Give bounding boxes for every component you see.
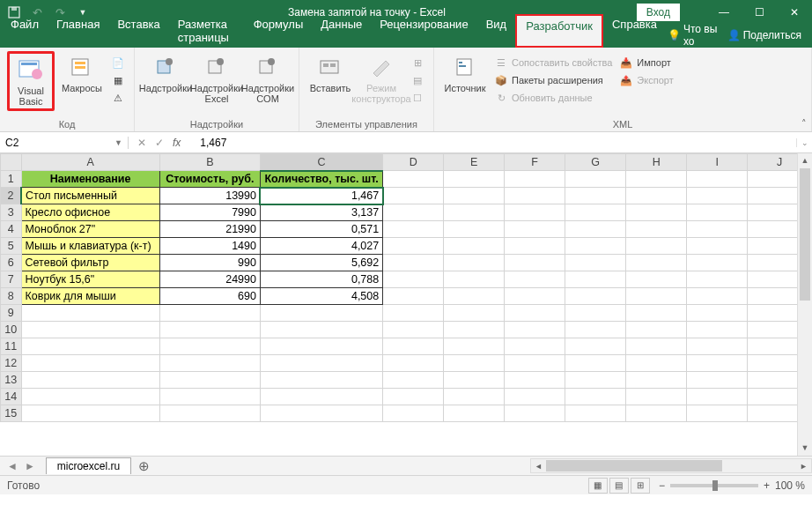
cell[interactable] [687, 204, 748, 221]
row-header[interactable]: 15 [1, 405, 22, 422]
row-header[interactable]: 8 [1, 288, 22, 305]
cell[interactable] [505, 405, 565, 422]
sheet-next-icon[interactable]: ► [25, 460, 35, 472]
cell[interactable] [687, 405, 748, 422]
cell[interactable] [626, 238, 687, 255]
cell[interactable] [505, 389, 565, 405]
cell[interactable] [383, 238, 444, 255]
cell[interactable] [383, 188, 444, 204]
zoom-in-button[interactable]: + [764, 479, 770, 492]
normal-view-button[interactable]: ▦ [588, 478, 608, 494]
cell[interactable] [565, 389, 626, 405]
cell[interactable] [626, 389, 687, 405]
cell[interactable] [626, 255, 687, 271]
cell[interactable]: Ноутбук 15,6" [21, 271, 159, 288]
cell[interactable] [626, 405, 687, 422]
cell[interactable] [260, 338, 382, 355]
cell[interactable] [21, 305, 159, 322]
cancel-formula-icon[interactable]: ✕ [137, 137, 146, 149]
cell[interactable] [444, 255, 505, 271]
record-macro-button[interactable]: 📄 [109, 55, 127, 71]
row-header[interactable]: 7 [1, 271, 22, 288]
scroll-thumb[interactable] [800, 168, 810, 301]
cell[interactable] [565, 255, 626, 271]
save-icon[interactable] [4, 2, 25, 23]
cell[interactable] [505, 305, 565, 322]
page-layout-view-button[interactable]: ▤ [609, 478, 629, 494]
cell[interactable]: 4,027 [260, 238, 382, 255]
cell[interactable] [159, 305, 260, 322]
cell[interactable] [444, 221, 505, 238]
worksheet-grid[interactable]: ABCDEFGHIJ1НаименованиеСтоимость, руб.Ко… [0, 153, 812, 456]
import-button[interactable]: 📥Импорт [617, 55, 675, 71]
cell[interactable]: 4,508 [260, 288, 382, 305]
select-all-corner[interactable] [1, 154, 22, 171]
cell[interactable] [565, 338, 626, 355]
tab-формулы[interactable]: Формулы [245, 14, 313, 48]
cell[interactable] [565, 204, 626, 221]
cell[interactable] [565, 405, 626, 422]
zoom-level[interactable]: 100 % [775, 479, 805, 492]
cell[interactable]: 13990 [159, 188, 260, 204]
cell[interactable] [626, 355, 687, 372]
cell[interactable] [565, 322, 626, 338]
tab-вид[interactable]: Вид [477, 14, 516, 48]
cell[interactable] [260, 305, 382, 322]
cell[interactable]: Коврик для мыши [21, 288, 159, 305]
cell[interactable] [444, 171, 505, 188]
cell[interactable] [626, 288, 687, 305]
cell[interactable] [626, 171, 687, 188]
cell[interactable] [383, 204, 444, 221]
name-box-input[interactable] [5, 137, 114, 149]
col-header[interactable]: I [687, 154, 748, 171]
fx-icon[interactable]: fx [173, 137, 188, 149]
tab-рецензирование[interactable]: Рецензирование [371, 14, 476, 48]
row-header[interactable]: 6 [1, 255, 22, 271]
cell[interactable] [687, 355, 748, 372]
cell[interactable] [505, 204, 565, 221]
cell[interactable] [260, 405, 382, 422]
tab-разметка страницы[interactable]: Разметка страницы [169, 14, 245, 48]
cell[interactable] [505, 355, 565, 372]
cell[interactable] [626, 338, 687, 355]
row-header[interactable]: 3 [1, 204, 22, 221]
cell[interactable] [626, 372, 687, 389]
cell[interactable] [687, 322, 748, 338]
visual-basic-button[interactable]: Visual Basic [7, 51, 55, 111]
scroll-left-icon[interactable]: ◄ [531, 462, 546, 471]
cell[interactable] [505, 171, 565, 188]
col-header[interactable]: E [444, 154, 505, 171]
row-header[interactable]: 2 [1, 188, 22, 204]
addins-button[interactable]: Надстройки [142, 51, 189, 95]
cell[interactable]: Моноблок 27" [21, 221, 159, 238]
redo-icon[interactable]: ↷ [49, 2, 70, 23]
cell[interactable] [565, 288, 626, 305]
cell[interactable] [383, 338, 444, 355]
row-header[interactable]: 13 [1, 372, 22, 389]
cell[interactable]: 7990 [159, 204, 260, 221]
vertical-scrollbar[interactable]: ▲ ▼ [797, 153, 812, 456]
zoom-out-button[interactable]: − [659, 479, 665, 492]
cell[interactable] [159, 372, 260, 389]
col-header[interactable]: C [260, 154, 382, 171]
cell[interactable] [383, 372, 444, 389]
zoom-slider[interactable] [670, 484, 758, 487]
cell[interactable] [444, 355, 505, 372]
macros-button[interactable]: Макросы [58, 51, 106, 95]
cell[interactable] [626, 221, 687, 238]
cell[interactable] [687, 288, 748, 305]
cell[interactable]: Мышь и клавиатура (к-т) [21, 238, 159, 255]
cell[interactable] [159, 405, 260, 422]
cell[interactable] [565, 238, 626, 255]
cell[interactable] [383, 389, 444, 405]
cell[interactable] [21, 405, 159, 422]
scroll-right-icon[interactable]: ► [796, 462, 811, 471]
cell[interactable] [444, 238, 505, 255]
cell[interactable] [687, 171, 748, 188]
cell[interactable]: 0,788 [260, 271, 382, 288]
cell[interactable] [159, 338, 260, 355]
cell[interactable]: 690 [159, 288, 260, 305]
cell[interactable] [687, 305, 748, 322]
cell[interactable] [444, 204, 505, 221]
cell[interactable] [383, 288, 444, 305]
